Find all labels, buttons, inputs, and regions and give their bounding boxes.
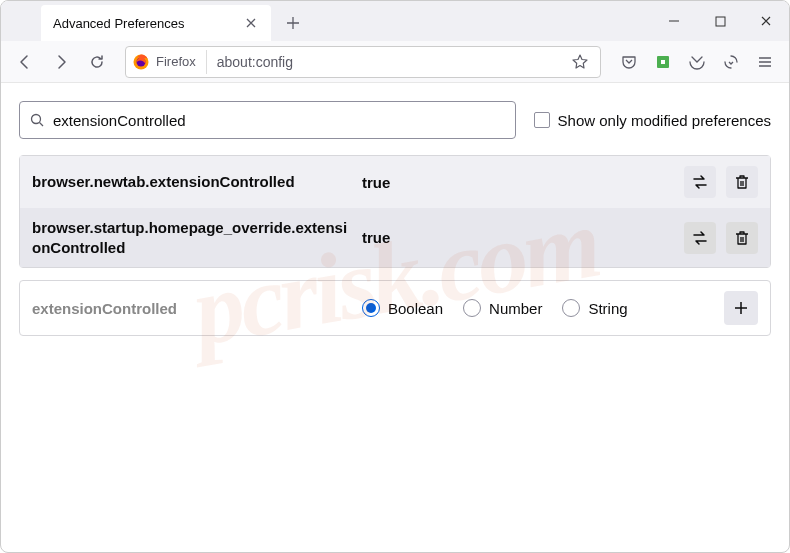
radio-label: Boolean [388, 300, 443, 317]
svg-point-5 [32, 114, 41, 123]
extension-button[interactable] [647, 46, 679, 78]
back-button[interactable] [9, 46, 41, 78]
tab-title: Advanced Preferences [53, 16, 235, 31]
preferences-table: browser.newtab.extensionControlled true … [19, 155, 771, 268]
checkbox-label: Show only modified preferences [558, 112, 771, 129]
search-input[interactable] [53, 112, 505, 129]
radio-label: Number [489, 300, 542, 317]
account-button[interactable] [681, 46, 713, 78]
search-box[interactable] [19, 101, 516, 139]
modified-only-checkbox-wrap[interactable]: Show only modified preferences [534, 112, 771, 129]
pref-name: browser.startup.homepage_override.extens… [32, 218, 362, 257]
forward-button[interactable] [45, 46, 77, 78]
type-radio-group: Boolean Number String [362, 299, 724, 317]
url-bar[interactable]: Firefox about:config [125, 46, 601, 78]
pref-name: browser.newtab.extensionControlled [32, 172, 362, 192]
delete-button[interactable] [726, 166, 758, 198]
reload-button[interactable] [81, 46, 113, 78]
close-tab-button[interactable] [243, 15, 259, 31]
new-tab-button[interactable] [279, 9, 307, 37]
tab-bar: Advanced Preferences [1, 1, 789, 41]
bookmark-star-button[interactable] [566, 48, 594, 76]
delete-button[interactable] [726, 222, 758, 254]
identity-box[interactable]: Firefox [132, 50, 207, 74]
radio-icon [463, 299, 481, 317]
toggle-button[interactable] [684, 222, 716, 254]
radio-boolean[interactable]: Boolean [362, 299, 443, 317]
search-icon [30, 113, 45, 128]
browser-tab[interactable]: Advanced Preferences [41, 5, 271, 41]
url-text: about:config [207, 54, 566, 70]
radio-number[interactable]: Number [463, 299, 542, 317]
table-row: browser.newtab.extensionControlled true [20, 156, 770, 208]
toolbar: Firefox about:config [1, 41, 789, 83]
checkbox-icon [534, 112, 550, 128]
radio-string[interactable]: String [562, 299, 627, 317]
radio-icon [562, 299, 580, 317]
radio-label: String [588, 300, 627, 317]
minimize-button[interactable] [651, 1, 697, 41]
svg-rect-4 [661, 60, 665, 64]
window-controls [651, 1, 789, 41]
add-button[interactable] [724, 291, 758, 325]
radio-icon [362, 299, 380, 317]
toggle-button[interactable] [684, 166, 716, 198]
new-pref-row: extensionControlled Boolean Number Strin… [19, 280, 771, 336]
content-area: Show only modified preferences browser.n… [1, 83, 789, 354]
downloads-button[interactable] [715, 46, 747, 78]
pref-value: true [362, 174, 684, 191]
menu-button[interactable] [749, 46, 781, 78]
svg-rect-0 [716, 17, 725, 26]
table-row: browser.startup.homepage_override.extens… [20, 208, 770, 267]
pref-value: true [362, 229, 684, 246]
firefox-icon [132, 53, 150, 71]
maximize-button[interactable] [697, 1, 743, 41]
pocket-button[interactable] [613, 46, 645, 78]
close-window-button[interactable] [743, 1, 789, 41]
identity-label: Firefox [156, 54, 196, 69]
new-pref-name: extensionControlled [32, 300, 362, 317]
